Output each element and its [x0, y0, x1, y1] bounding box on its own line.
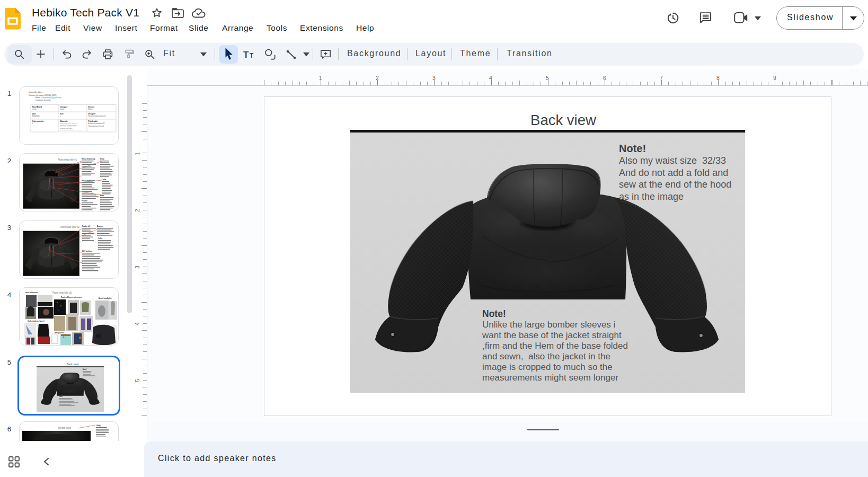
svg-text:Rosho headlights..: Rosho headlights.. — [82, 180, 96, 182]
svg-text:Basexx.: Basexx. — [97, 225, 103, 227]
svg-text:Pocket v2..: Pocket v2.. — [82, 225, 91, 227]
svg-text:Chrixxxbnb3@gmail.com: Chrixxxbnb3@gmail.com — [41, 96, 61, 99]
svg-text:Order quantity: Order quantity — [32, 120, 44, 122]
svg-text:(thanksgiving preferred): (thanksgiving preferred) — [88, 125, 104, 127]
svg-text:Note!: Note! — [59, 395, 63, 398]
svg-text:T: T — [243, 50, 249, 59]
svg-text:Cuffs.: Cuffs. — [98, 237, 103, 240]
svg-text:nxtsko: nxtsko — [32, 108, 37, 110]
svg-text:Introduction: Introduction — [29, 91, 42, 94]
svg-text:Front view info v1: Front view info v1 — [58, 158, 77, 161]
svg-text:Materials.: Materials. — [60, 120, 68, 122]
svg-text:Hood: Hood — [100, 158, 104, 160]
svg-text:Back view: Back view — [67, 363, 79, 366]
svg-text:Collar: Collar — [102, 179, 107, 181]
svg-text:Winter: Winter — [88, 108, 93, 110]
svg-text:L: L — [60, 115, 61, 117]
svg-text:grain sheen embossing pattern: grain sheen embossing patterns — [60, 125, 77, 126]
svg-text:Interior view: Interior view — [58, 427, 71, 429]
svg-text:black croatian leather full an: black croatian leather full and top — [60, 123, 78, 124]
svg-text:metals(all) black flannel.: metals(all) black flannel. — [60, 128, 73, 129]
svg-text:leather sateen,high gloss blac: leather sateen,high gloss black matt fin… — [60, 129, 83, 131]
svg-text:forms black nylon drawstrings: forms black nylon drawstrings — [60, 126, 76, 127]
svg-text:1: 1 — [32, 122, 33, 125]
svg-text:Well pockets..: Well pockets.. — [55, 332, 65, 334]
svg-text:Well pockets.: Well pockets. — [82, 250, 92, 252]
svg-text:Routine Bloxes. references..: Routine Bloxes. references.. — [61, 296, 83, 298]
svg-text:Email:: Email: — [36, 96, 40, 99]
svg-text:Instagram lynxxxth.: Instagram lynxxxth. — [36, 99, 51, 101]
svg-text:T: T — [250, 52, 254, 59]
svg-text:10/20/2025: 10/20/2025 — [32, 115, 40, 117]
svg-text:jacket: jacket — [60, 108, 65, 110]
svg-text:At Least by november 27: At Least by november 27 — [88, 122, 105, 125]
svg-text:Note!: Note! — [83, 368, 87, 370]
svg-text:Front view info v3: Front view info v3 — [52, 292, 72, 294]
svg-text:Rosho drawstring: Rosho drawstring — [82, 158, 95, 160]
svg-text:Pluckal: Pluckal — [82, 200, 87, 202]
svg-text:Broite headlights.: Broite headlights. — [99, 297, 112, 299]
svg-text:Cuffs../jodixxed barrel: Cuffs../jodixxed barrel — [28, 320, 45, 322]
svg-text:Base: Base — [100, 195, 104, 197]
svg-text:Front view info V2: Front view info V2 — [60, 226, 79, 228]
svg-text:I lxbig: I lxbig — [96, 425, 101, 427]
svg-text:Christian andrewxLpxmxih.: Christian andrewxLpxmxih. — [88, 115, 107, 117]
svg-text:naxd references..: naxd references.. — [25, 292, 39, 294]
